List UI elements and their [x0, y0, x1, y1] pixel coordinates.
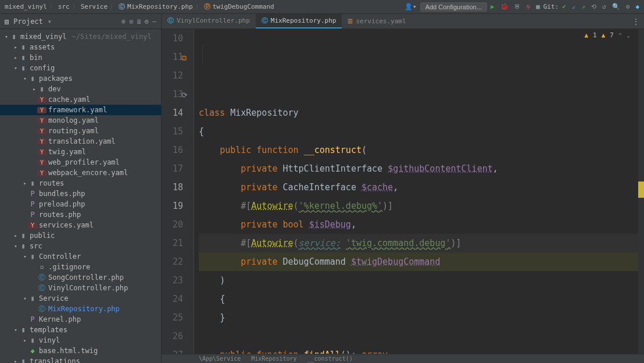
tree-arrow-icon[interactable]: ▸: [13, 44, 19, 50]
line-number[interactable]: 25: [162, 308, 183, 327]
project-tree[interactable]: ▾▮mixed_vinyl~/Sites/mixed_vinyl▸▮assets…: [0, 29, 162, 363]
tree-arrow-icon[interactable]: ▾: [22, 296, 28, 301]
tree-item[interactable]: ⒸMixRepository.php: [0, 304, 161, 314]
tree-arrow-icon[interactable]: ▸: [13, 55, 19, 61]
revert-icon[interactable]: ↺: [602, 3, 606, 10]
code-line[interactable]: private DebugCommand $twigDebugCommand: [199, 252, 644, 271]
code-line[interactable]: }: [199, 308, 644, 327]
tree-item[interactable]: Proutes.php: [0, 209, 161, 220]
line-number[interactable]: 20: [162, 215, 183, 234]
breadcrumb-segment[interactable]: MixRepository: [251, 355, 296, 362]
breadcrumb-segment[interactable]: __construct(): [307, 355, 353, 362]
tree-item[interactable]: ▸▮assets: [0, 42, 161, 52]
profiler-icon[interactable]: ⎋: [527, 3, 531, 10]
code-line[interactable]: #[Autowire('%kernel.debug%')]: [199, 197, 644, 215]
tree-item[interactable]: ▸▮public: [0, 230, 161, 241]
line-number[interactable]: 12: [162, 66, 183, 85]
tree-item[interactable]: ▾▮templates: [0, 325, 161, 335]
code-line[interactable]: #[Autowire(service: 'twig.command.debug'…: [199, 234, 644, 252]
line-number[interactable]: 22: [162, 252, 183, 271]
tree-item[interactable]: ▸▮bin: [0, 52, 161, 63]
tree-arrow-icon[interactable]: ▸: [22, 337, 28, 343]
tree-item[interactable]: ▸▮vinyl: [0, 335, 161, 346]
git-commit-icon[interactable]: ✔: [562, 3, 566, 10]
editor-tab[interactable]: Ⓒ VinylController.php: [162, 14, 256, 29]
project-tool-title[interactable]: Project: [13, 17, 43, 26]
debug-icon[interactable]: 🐞: [500, 3, 509, 10]
breadcrumb-root[interactable]: mixed_vinyl: [5, 3, 47, 10]
select-opened-icon[interactable]: ⊕: [121, 17, 126, 26]
line-number[interactable]: 23: [162, 271, 183, 290]
collapse-icon[interactable]: ≣: [137, 17, 141, 26]
error-stripe[interactable]: [638, 29, 644, 354]
tree-arrow-icon[interactable]: ▸: [22, 180, 28, 186]
tree-item[interactable]: ⒸSongController.php: [0, 272, 161, 283]
settings-icon[interactable]: ⚙: [626, 3, 630, 10]
tree-item[interactable]: Yframework.yaml: [0, 105, 161, 115]
tree-item[interactable]: Ywebpack_encore.yaml: [0, 168, 161, 178]
tree-item[interactable]: ▾▮packages: [0, 73, 161, 84]
code-line[interactable]: private HttpClientInterface $githubConte…: [199, 159, 644, 178]
git-push-icon[interactable]: ↗: [582, 3, 586, 10]
hide-icon[interactable]: —: [152, 17, 156, 26]
tree-item[interactable]: ▾▮Service: [0, 293, 161, 304]
more-icon[interactable]: ⋮: [632, 17, 639, 26]
tree-item[interactable]: ▾▮src: [0, 241, 161, 251]
code-area[interactable]: class MixRepository{ public function __c…: [194, 29, 644, 354]
tree-arrow-icon[interactable]: ▾: [22, 254, 28, 259]
coverage-icon[interactable]: ⛨: [514, 3, 521, 10]
line-number[interactable]: 26: [162, 327, 183, 346]
add-configuration-button[interactable]: Add Configuration...: [420, 2, 487, 12]
tree-item[interactable]: Yrouting.yaml: [0, 126, 161, 136]
tree-item[interactable]: Ycache.yaml: [0, 94, 161, 105]
chevron-up-icon[interactable]: ⌃: [618, 32, 622, 38]
expand-icon[interactable]: ≡: [129, 17, 133, 26]
tree-arrow-icon[interactable]: ▾: [13, 327, 19, 333]
line-number[interactable]: 17: [162, 159, 183, 178]
history-icon[interactable]: ⟲: [591, 3, 596, 10]
tree-arrow-icon[interactable]: ▾: [13, 243, 19, 249]
breadcrumb-segment[interactable]: \App\Service: [199, 355, 241, 362]
line-number[interactable]: 18: [162, 178, 183, 197]
tree-arrow-icon[interactable]: ▸: [13, 233, 19, 239]
tree-item[interactable]: ▫.gitignore: [0, 262, 161, 272]
dropdown-icon[interactable]: ▾: [48, 17, 52, 26]
usages-icon[interactable]: ⧉: [181, 49, 187, 67]
inspection-widget[interactable]: ▲1 ▲7 ⌃ ⌄: [584, 31, 630, 39]
tree-item[interactable]: ⒸVinylController.php: [0, 283, 161, 293]
code-editor[interactable]: 101112131415161718192021222324252627⧉⟳ c…: [162, 29, 644, 354]
code-line[interactable]: {: [199, 122, 644, 141]
line-number[interactable]: 13: [162, 85, 183, 104]
user-icon[interactable]: 👤▾: [405, 3, 417, 10]
code-line[interactable]: ): [199, 271, 644, 290]
code-line[interactable]: [199, 85, 644, 104]
ide-icon[interactable]: ◆: [635, 3, 639, 10]
code-line[interactable]: [199, 327, 644, 346]
code-line[interactable]: class MixRepository: [199, 104, 644, 122]
tree-arrow-icon[interactable]: ▾: [22, 76, 28, 81]
tree-item[interactable]: Pbundles.php: [0, 188, 161, 199]
run-icon[interactable]: ▶: [491, 3, 495, 10]
line-number[interactable]: 10: [162, 29, 183, 48]
breadcrumb-item[interactable]: src: [58, 3, 70, 10]
code-line[interactable]: public function __construct(: [199, 141, 644, 159]
tree-item[interactable]: Ytranslation.yaml: [0, 136, 161, 147]
editor-tab[interactable]: ☰ services.yaml: [342, 15, 412, 29]
code-line[interactable]: public function findAll(): array: [199, 346, 644, 354]
override-icon[interactable]: ⟳: [181, 86, 188, 105]
gutter[interactable]: 101112131415161718192021222324252627⧉⟳: [162, 29, 194, 354]
line-number[interactable]: 27: [162, 346, 183, 354]
code-line[interactable]: {: [199, 290, 644, 308]
line-number[interactable]: 16: [162, 141, 183, 159]
tree-item[interactable]: Ymonolog.yaml: [0, 115, 161, 126]
stop-icon[interactable]: ■: [536, 3, 540, 10]
bottom-breadcrumb[interactable]: \App\Service 〉 MixRepository 〉 __constru…: [162, 354, 644, 363]
tree-item[interactable]: ◆base.html.twig: [0, 346, 161, 356]
tree-item[interactable]: ▸▮routes: [0, 178, 161, 188]
chevron-down-icon[interactable]: ⌄: [627, 32, 630, 38]
tree-arrow-icon[interactable]: ▾: [13, 65, 19, 71]
tree-item[interactable]: PKernel.php: [0, 314, 161, 325]
tree-item[interactable]: Ytwig.yaml: [0, 147, 161, 157]
tree-arrow-icon[interactable]: ▸: [13, 358, 19, 363]
tree-arrow-icon[interactable]: ▸: [31, 86, 37, 92]
